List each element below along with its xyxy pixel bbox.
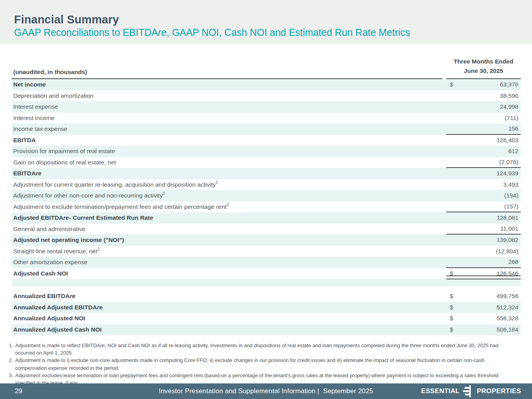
row-label: Other amortization expense: [12, 257, 446, 268]
row-label-pre: Annualized EBITDA: [13, 293, 70, 300]
row-label: Annualized Adjusted Cash NOI: [12, 324, 446, 335]
row-value: 128,081: [497, 214, 521, 221]
row-value-cell: 3,493: [446, 179, 521, 191]
period-column-header: Three Months Ended June 30, 2025: [446, 57, 521, 79]
row-value-cell: 139,082: [446, 235, 521, 246]
table-row: Interest expense 24,998: [12, 101, 521, 113]
row-value-cell: 24,998: [446, 101, 521, 113]
row-label: Gain on dispositions of real estate, net: [12, 157, 446, 168]
row-label-pre: Gain on dispositions of real estate, net: [13, 159, 116, 166]
row-label: Provision for impairment of real estate: [12, 146, 446, 157]
row-value-cell: 268: [446, 257, 521, 268]
row-label-italic: re: [63, 214, 69, 221]
table-row: Adjusted Cash NOI $ 126,546: [12, 268, 521, 279]
table-row: [12, 279, 521, 286]
row-value-cell: [446, 286, 521, 291]
row-label: Adjusted Cash NOI: [12, 268, 446, 279]
row-label-pre: EBITDA: [13, 137, 36, 144]
unaudited-label: (unaudited, in thousands): [12, 69, 442, 79]
table-row: Gain on dispositions of real estate, net…: [12, 157, 521, 168]
row-label-pre: Annualized Adjusted NOI: [13, 315, 85, 322]
footnote-italic: re: [100, 343, 105, 348]
row-value: 268: [508, 258, 521, 265]
row-label-italic: re: [97, 304, 103, 311]
footnote-pre: Adjustment is made to i) exclude non-cor…: [15, 357, 484, 371]
row-value-cell: (12,804): [446, 246, 521, 257]
row-value-cell: 124,939: [446, 168, 521, 179]
table-row: EBITDAre 124,939: [12, 168, 521, 179]
row-label-pre: Provision for impairment of real estate: [13, 148, 115, 155]
row-label-italic: re: [70, 293, 76, 300]
row-dollar-sign: $: [446, 304, 453, 311]
row-label: [12, 286, 446, 291]
row-label-pre: Straight-line rental revenue, net: [13, 248, 97, 255]
footnote-item: 1. Adjustment is made to reflect EBITDAr…: [9, 342, 512, 357]
row-label: Depreciation and amortization: [12, 90, 446, 102]
row-value: 506,184: [497, 326, 521, 333]
footnote-text: Adjustment is made to i) exclude non-cor…: [15, 357, 512, 371]
slide: Financial Summary GAAP Reconciliations t…: [0, 0, 532, 399]
table-row: Adjustment to exclude termination/prepay…: [12, 201, 521, 213]
table-row: Adjusted net operating income ("NOI") 13…: [12, 235, 521, 246]
table-row: Income tax expense 156: [12, 124, 521, 135]
row-value: 38,590: [500, 92, 521, 99]
row-label: Interest expense: [12, 101, 446, 113]
row-label: Adjustment for other non-core and non-re…: [12, 190, 446, 201]
row-label: Straight-line rental revenue, net1: [12, 246, 446, 257]
row-value-cell: $ 499,756: [446, 291, 521, 302]
row-label-pre: Adjusted EBITDA: [13, 214, 63, 221]
row-value: 11,001: [500, 225, 521, 232]
table-row: Adjustment for current quarter re-leasin…: [12, 179, 521, 191]
table-row: Adjustment for other non-core and non-re…: [12, 190, 521, 201]
company-logo: ESSENTIAL PROPERTIES: [421, 385, 521, 397]
row-label: EBITDA: [12, 135, 446, 146]
row-value: (12,804): [496, 248, 521, 255]
footnotes: 1. Adjustment is made to reflect EBITDAr…: [9, 342, 512, 387]
row-value-cell: (711): [446, 113, 521, 124]
row-dollar-sign: $: [446, 270, 453, 277]
row-label-pre: Income tax expense: [13, 125, 67, 132]
row-label-pre: Adjusted Cash NOI: [13, 270, 68, 277]
table-row: Net income $ 63,370: [12, 79, 521, 90]
row-value-cell: 612: [446, 146, 521, 157]
row-dollar-sign: $: [446, 326, 453, 333]
row-value: 139,082: [497, 237, 521, 244]
row-dollar-sign: $: [446, 315, 453, 322]
row-value-cell: 126,403: [446, 135, 521, 146]
table-row: Provision for impairment of real estate …: [12, 146, 521, 157]
row-label: Adjustment for current quarter re-leasin…: [12, 179, 446, 191]
row-value-cell: 128,081: [446, 212, 521, 224]
footnote-item: 2. Adjustment is made to i) exclude non-…: [9, 357, 512, 371]
period-line1: Three Months Ended: [446, 57, 521, 66]
table-row: Annualized Adjusted NOI $ 556,328: [12, 313, 521, 324]
row-label: Income tax expense: [12, 124, 446, 135]
row-label-pre: General and administrative: [13, 226, 85, 233]
row-value: 156: [508, 125, 521, 132]
table-header: (unaudited, in thousands) Three Months E…: [12, 57, 521, 79]
essential-properties-logo-icon: [463, 385, 473, 397]
table-body: Net income $ 63,370 Depreciation and amo…: [12, 79, 521, 335]
table-row: Adjusted EBITDAre - Current Estimated Ru…: [12, 212, 521, 224]
row-value: 499,756: [497, 293, 521, 300]
reconciliation-table: (unaudited, in thousands) Three Months E…: [12, 57, 521, 335]
row-label-pre: Adjustment for current quarter re-leasin…: [13, 181, 216, 188]
row-value: (711): [505, 115, 521, 122]
row-label-pre: Annualized Adjusted Cash NOI: [13, 326, 102, 333]
row-label-pre: Other amortization expense: [13, 259, 87, 266]
row-label: Annualized Adjusted EBITDAre: [12, 302, 446, 313]
footer-caption: Investor Presentation and Supplemental I…: [159, 387, 373, 395]
subtitle-post: , GAAP NOI, Cash NOI and Estimated Run R…: [166, 27, 410, 38]
table-row: Other amortization expense 268: [12, 257, 521, 268]
row-value-cell: $ 512,324: [446, 302, 521, 313]
table-row: [12, 286, 521, 291]
header-band: Financial Summary GAAP Reconciliations t…: [0, 0, 532, 44]
row-label-pre: Interest expense: [13, 103, 58, 110]
row-label-pre: Adjusted net operating income ("NOI"): [13, 237, 124, 244]
footnote-number: 1.: [9, 342, 15, 357]
row-value: (2,076): [499, 159, 521, 166]
row-value-cell: $ 556,328: [446, 313, 521, 324]
table-row: Annualized Adjusted Cash NOI $ 506,184: [12, 324, 521, 335]
row-value: 63,370: [500, 81, 521, 88]
row-value: 126,546: [497, 270, 521, 277]
row-dollar-sign: $: [446, 293, 453, 300]
